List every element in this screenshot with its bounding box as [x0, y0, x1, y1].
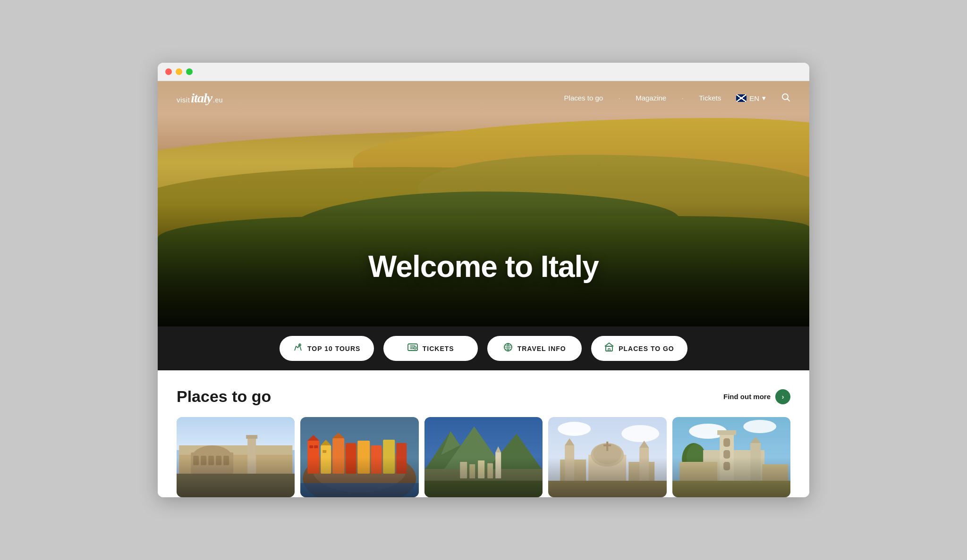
place-card-rome[interactable] [177, 417, 295, 497]
svg-rect-75 [717, 430, 736, 435]
place-card-rome-overlay [177, 457, 295, 497]
svg-rect-9 [177, 417, 295, 450]
place-card-mountain[interactable] [424, 417, 543, 497]
cta-travelinfo-label: TRAVEL INFO [517, 345, 566, 352]
place-card-cinque-overlay [300, 457, 418, 497]
nav-item-tickets[interactable]: Tickets [699, 94, 721, 102]
places-title: Places to go [177, 387, 271, 406]
browser-dot-red[interactable] [165, 68, 172, 75]
nav-item-places[interactable]: Places to go [564, 94, 603, 102]
logo-visit-text: visit [177, 96, 190, 104]
nav-search[interactable] [781, 92, 790, 104]
nav-link-tickets[interactable]: Tickets [699, 94, 721, 102]
svg-line-1 [788, 99, 790, 101]
find-out-more-arrow: › [775, 389, 790, 404]
cta-top10tours-button[interactable]: TOP 10 TOURS [280, 336, 374, 361]
svg-rect-34 [314, 445, 318, 448]
places-grid [177, 417, 790, 497]
place-card-cinque-terre[interactable] [300, 417, 418, 497]
nav-divider-1: · [618, 93, 620, 103]
place-card-church[interactable] [548, 417, 666, 497]
hero-landscape [158, 81, 809, 326]
tickets-icon [407, 343, 418, 353]
top10tours-icon [293, 343, 303, 354]
svg-rect-33 [310, 445, 314, 448]
places-section: Places to go Find out more › [158, 370, 809, 497]
site-logo[interactable]: visit italy .eu [177, 91, 223, 106]
browser-dot-yellow[interactable] [176, 68, 182, 75]
svg-point-70 [743, 420, 776, 433]
logo-eu-text: .eu [213, 96, 223, 104]
place-card-church-overlay [548, 457, 666, 497]
cta-tickets-button[interactable]: TICKETS [383, 336, 478, 361]
svg-point-54 [558, 422, 591, 436]
main-nav: Places to go · Magazine · Tickets EN [564, 92, 790, 104]
logo-italy-text: italy [191, 91, 212, 106]
svg-rect-76 [723, 438, 730, 447]
cta-top10tours-label: TOP 10 TOURS [307, 345, 360, 352]
svg-point-2 [299, 344, 301, 346]
browser-window: visit italy .eu Places to go · Magazine … [158, 63, 809, 497]
hero-section: visit italy .eu Places to go · Magazine … [158, 81, 809, 326]
find-out-more-arrow-icon: › [782, 393, 784, 401]
nav-divider-2: · [681, 93, 684, 103]
placestogo-icon [604, 343, 614, 354]
cta-placestogo-button[interactable]: PLACES TO GO [591, 336, 687, 361]
svg-point-4 [414, 347, 416, 349]
places-header: Places to go Find out more › [177, 387, 790, 406]
nav-lang-selector[interactable]: EN ▾ [736, 94, 766, 102]
browser-chrome [158, 63, 809, 81]
cta-tickets-label: TICKETS [423, 345, 454, 352]
lang-chevron-icon: ▾ [762, 94, 766, 102]
site-header: visit italy .eu Places to go · Magazine … [158, 81, 809, 115]
search-button[interactable] [781, 92, 790, 104]
svg-rect-35 [323, 450, 327, 453]
cta-travelinfo-button[interactable]: TRAVEL INFO [487, 336, 582, 361]
lang-label: EN [749, 94, 759, 102]
place-card-tower-overlay [672, 457, 790, 497]
place-card-mountain-overlay [424, 457, 543, 497]
svg-rect-60 [603, 444, 611, 446]
cta-placestogo-label: PLACES TO GO [619, 345, 674, 352]
svg-point-55 [621, 425, 659, 442]
browser-dot-green[interactable] [186, 68, 193, 75]
nav-link-places[interactable]: Places to go [564, 94, 603, 102]
find-out-more-link[interactable]: Find out more › [723, 389, 790, 404]
nav-item-magazine[interactable]: Magazine [636, 94, 666, 102]
place-card-tower[interactable] [672, 417, 790, 497]
find-out-more-text: Find out more [723, 393, 771, 401]
flag-icon [736, 94, 746, 102]
svg-rect-20 [246, 435, 257, 439]
search-icon [781, 92, 790, 102]
svg-rect-7 [608, 349, 610, 351]
travelinfo-icon [503, 343, 513, 354]
hero-title: Welcome to Italy [158, 249, 809, 284]
cta-bar: TOP 10 TOURS TICKETS TRAVEL INFO [158, 326, 809, 370]
nav-link-magazine[interactable]: Magazine [636, 94, 666, 102]
